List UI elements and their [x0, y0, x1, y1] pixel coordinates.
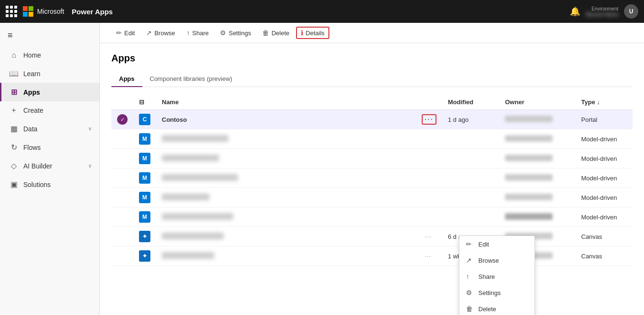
edit-icon: ✏	[116, 29, 122, 37]
row-more-options-button[interactable]: ···	[422, 232, 435, 241]
details-button[interactable]: ℹ Details	[296, 27, 329, 39]
canvas-app-icon: ✦	[139, 250, 150, 262]
row-check[interactable]	[111, 246, 133, 266]
row-dots-cell	[416, 149, 442, 168]
row-app-icon: ✦	[133, 246, 156, 266]
col-header-dots	[416, 95, 442, 110]
share-button[interactable]: ↑ Share	[182, 27, 214, 39]
row-check[interactable]	[111, 168, 133, 188]
table-row: M Model-driven	[111, 188, 633, 207]
row-check[interactable]	[111, 227, 133, 246]
row-app-name[interactable]	[156, 129, 416, 149]
row-app-icon: ✦	[133, 227, 156, 246]
row-check[interactable]	[111, 129, 133, 149]
row-owner	[499, 149, 575, 168]
solutions-icon: ▣	[9, 180, 19, 189]
browse-button[interactable]: ↗ Browse	[141, 27, 179, 39]
row-check[interactable]	[111, 207, 133, 227]
microsoft-label: Microsoft	[37, 8, 64, 15]
context-menu-edit[interactable]: ✏ Edit	[459, 236, 535, 252]
top-nav-right: 🔔 Environment Blurred Name U	[570, 4, 638, 19]
sidebar-item-learn[interactable]: 📖 Learn	[0, 64, 99, 83]
row-app-name[interactable]	[156, 227, 416, 246]
row-app-icon: M	[133, 129, 156, 149]
waffle-button[interactable]	[6, 6, 17, 17]
row-more-options-button[interactable]: ···	[422, 114, 436, 125]
tab-apps[interactable]: Apps	[111, 71, 142, 87]
main-layout: ≡ ⌂ Home 📖 Learn ⊞ Apps + Create ▦ Data …	[0, 23, 644, 315]
row-dots-cell[interactable]: ···	[416, 227, 442, 246]
row-check[interactable]	[111, 149, 133, 168]
row-dots-cell	[416, 207, 442, 227]
col-header-name[interactable]: Name	[156, 95, 416, 110]
table-row: ✦ ··· 1 wk ago Canvas	[111, 246, 633, 266]
row-dots-cell	[416, 129, 442, 149]
row-owner	[499, 207, 575, 227]
sidebar-label-solutions: Solutions	[23, 181, 51, 188]
row-type: Canvas	[575, 246, 633, 266]
row-app-name[interactable]	[156, 188, 416, 207]
row-owner	[499, 129, 575, 149]
row-modified	[442, 207, 499, 227]
row-modified	[442, 149, 499, 168]
sidebar-toggle[interactable]: ≡	[0, 27, 99, 44]
row-check[interactable]	[111, 188, 133, 207]
sidebar-item-create[interactable]: + Create	[0, 101, 99, 119]
delete-button[interactable]: 🗑 Delete	[258, 27, 294, 39]
sidebar-item-ai-builder[interactable]: ◇ AI Builder ∨	[0, 157, 99, 175]
col-header-modified[interactable]: Modified	[442, 95, 499, 110]
environment-info: Environment Blurred Name	[586, 6, 618, 17]
row-dots-cell	[416, 168, 442, 188]
context-menu-browse[interactable]: ↗ Browse	[459, 252, 535, 268]
settings-icon: ⚙	[220, 29, 226, 37]
learn-icon: 📖	[9, 69, 19, 78]
check-circle: ✓	[117, 114, 128, 125]
content-area: Apps Apps Component libraries (preview) …	[100, 43, 644, 315]
row-check[interactable]: ✓	[111, 110, 133, 129]
settings-button[interactable]: ⚙ Settings	[215, 27, 256, 39]
apps-icon: ⊞	[9, 88, 19, 97]
row-app-icon: M	[133, 168, 156, 188]
col-header-type[interactable]: Type ↓	[575, 95, 633, 110]
data-icon: ▦	[9, 124, 19, 133]
context-menu-delete[interactable]: 🗑 Delete	[459, 301, 535, 315]
sidebar-item-data[interactable]: ▦ Data ∨	[0, 119, 99, 138]
row-app-icon: M	[133, 149, 156, 168]
col-header-owner[interactable]: Owner	[499, 95, 575, 110]
context-menu-settings[interactable]: ⚙ Settings	[459, 285, 535, 301]
row-more-options-button[interactable]: ···	[422, 251, 435, 261]
tab-component-libraries[interactable]: Component libraries (preview)	[142, 71, 240, 87]
row-app-name[interactable]	[156, 246, 416, 266]
row-app-icon: M	[133, 188, 156, 207]
row-app-name[interactable]	[156, 168, 416, 188]
home-icon: ⌂	[9, 51, 19, 59]
edit-button[interactable]: ✏ Edit	[111, 27, 139, 39]
main-content: ✏ Edit ↗ Browse ↑ Share ⚙ Settings 🗑 Del…	[100, 23, 644, 315]
row-type: Model-driven	[575, 149, 633, 168]
context-share-icon: ↑	[466, 273, 474, 280]
share-icon: ↑	[187, 29, 190, 37]
row-app-name[interactable]	[156, 149, 416, 168]
row-modified	[442, 129, 499, 149]
row-app-icon: M	[133, 207, 156, 227]
table-row: M Model-driven	[111, 149, 633, 168]
row-dots-cell[interactable]: ···	[416, 246, 442, 266]
apps-table-container: ⊟ Name Modified Owner Type ↓ ✓	[111, 95, 633, 266]
user-avatar[interactable]: U	[624, 4, 638, 19]
sidebar-label-flows: Flows	[23, 144, 41, 151]
row-app-name[interactable]	[156, 207, 416, 227]
row-owner	[499, 110, 575, 129]
table-row: M Model-driven	[111, 129, 633, 149]
sidebar-label-ai-builder: AI Builder	[23, 162, 52, 170]
sidebar-item-apps[interactable]: ⊞ Apps	[0, 83, 99, 101]
sidebar-item-flows[interactable]: ↻ Flows	[0, 138, 99, 157]
notification-icon[interactable]: 🔔	[570, 6, 580, 17]
delete-icon: 🗑	[262, 29, 269, 37]
row-modified	[442, 188, 499, 207]
context-menu-share[interactable]: ↑ Share	[459, 268, 535, 285]
sidebar-item-solutions[interactable]: ▣ Solutions	[0, 175, 99, 194]
row-modified	[442, 168, 499, 188]
sidebar-item-home[interactable]: ⌂ Home	[0, 46, 99, 64]
canvas-app-icon: ✦	[139, 231, 150, 242]
row-app-name[interactable]: Contoso	[156, 110, 416, 129]
